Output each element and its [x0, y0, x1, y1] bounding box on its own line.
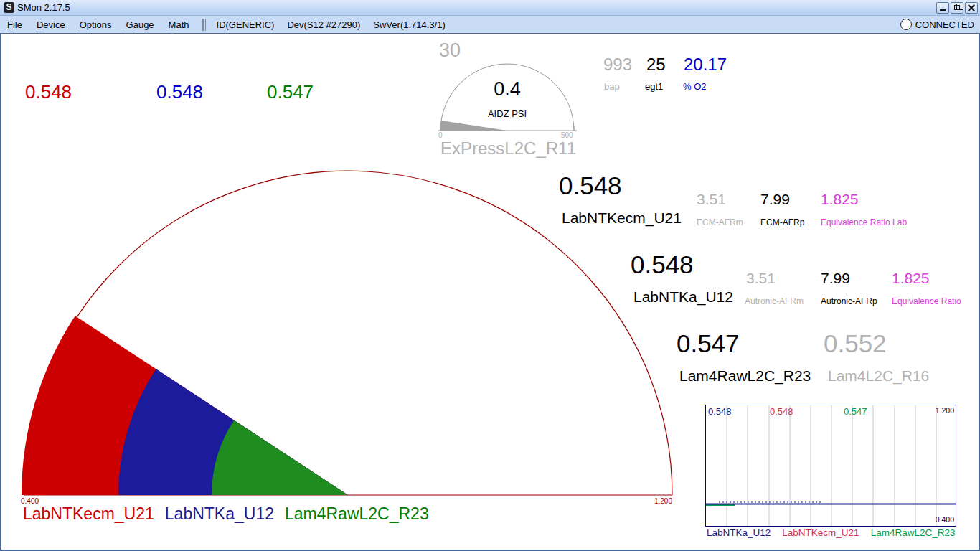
strip-legend-labntka: LabNTKa_U12 — [707, 527, 771, 538]
block3-alt-label: Lam4L2C_R16 — [828, 367, 929, 385]
block2-sub2-value: 7.99 — [821, 270, 850, 287]
menu-separator — [202, 19, 206, 31]
restore-button[interactable] — [951, 2, 963, 14]
strip-chart: 0.548 0.548 0.547 1.200 0.400 — [705, 405, 956, 527]
block3-value: 0.547 — [677, 329, 740, 358]
menu-file[interactable]: File — [0, 17, 29, 32]
legend-lam4raw: Lam4RawL2C_R23 — [285, 504, 429, 524]
main-gauge-legend: LabNTKecm_U21 LabNTKa_U12 Lam4RawL2C_R23 — [23, 504, 429, 524]
block2-value: 0.548 — [631, 250, 694, 279]
bap-label: bap — [604, 81, 620, 92]
status-device-id: ID(GENERIC) — [210, 17, 281, 32]
aux-gauge-label: AIDZ PSI — [461, 108, 554, 119]
block1-sub2-value: 7.99 — [760, 191, 790, 208]
block3-name: Lam4RawL2C_R23 — [679, 367, 811, 385]
bap-value: 993 — [603, 55, 632, 75]
strip-value-labntkecm: 0.548 — [770, 406, 793, 417]
block1-sub3-value: 1.825 — [821, 191, 859, 208]
connection-indicator-icon — [900, 19, 912, 30]
window-title: SMon 2.17.5 — [17, 2, 70, 13]
strip-legend-labntkecm: LabNTKecm_U21 — [782, 527, 859, 538]
strip-legend-lam4raw: Lam4RawL2C_R23 — [871, 527, 956, 538]
menu-device[interactable]: Device — [29, 17, 72, 32]
block1-sub1-value: 3.51 — [697, 191, 726, 208]
minimize-icon — [940, 9, 946, 11]
block1-value: 0.548 — [559, 171, 622, 200]
aux-gauge-peak-value: 30 — [439, 39, 461, 62]
aux-gauge-needle — [440, 121, 507, 131]
egt1-value: 25 — [646, 55, 666, 75]
menu-gauge[interactable]: Gauge — [119, 17, 161, 32]
block2-sub1-value: 3.51 — [746, 270, 776, 287]
o2-value: 20.17 — [684, 55, 727, 75]
aux-gauge-channel: ExPressL2C_R11 — [440, 138, 576, 159]
block2-sub1-label: Autronic-AFRm — [745, 296, 804, 306]
title-bar: S SMon 2.17.5 — [0, 0, 980, 16]
menu-options[interactable]: Options — [72, 17, 119, 32]
client-area: 0.548 0.548 0.547 30 0.4 AIDZ PSI 0 500 … — [0, 33, 980, 551]
restore-icon — [954, 5, 960, 10]
strip-chart-grid — [727, 405, 936, 526]
block2-name: LabNTKa_U12 — [633, 288, 733, 306]
app-icon: S — [4, 2, 14, 13]
legend-labntka: LabNTKa_U12 — [165, 504, 274, 524]
close-button[interactable] — [965, 2, 978, 14]
block2-sub3-value: 1.825 — [892, 270, 930, 287]
strip-chart-ymin: 0.400 — [936, 515, 954, 524]
reading-lam4raw: 0.547 — [267, 81, 314, 103]
close-icon — [968, 4, 975, 11]
strip-value-lam4raw: 0.547 — [844, 406, 867, 417]
status-swver: SwVer(1.714.3/1) — [367, 17, 451, 32]
status-device: Dev(S12 #27290) — [281, 17, 367, 32]
strip-chart-ymax: 1.200 — [936, 406, 954, 415]
egt1-label: egt1 — [645, 81, 663, 92]
minimize-button[interactable] — [936, 2, 949, 14]
connection-status: CONNECTED — [915, 19, 974, 30]
block1-sub3-label: Equivalence Ratio Lab — [821, 217, 907, 227]
strip-chart-legend: LabNTKa_U12 LabNTKecm_U21 Lam4RawL2C_R23 — [707, 527, 955, 538]
legend-labntkecm: LabNTKecm_U21 — [23, 504, 154, 524]
block2-sub2-label: Autronic-AFRp — [821, 296, 877, 306]
menu-bar: File Device Options Gauge Math ID(GENERI… — [0, 16, 980, 33]
strip-value-labntka: 0.548 — [708, 406, 732, 417]
block1-sub1-label: ECM-AFRm — [697, 217, 743, 227]
app-window: S SMon 2.17.5 File Device Options Gauge … — [0, 0, 980, 551]
main-gauge-needle-lam4raw — [212, 420, 348, 495]
reading-labntka: 0.548 — [156, 81, 203, 103]
aux-gauge-value: 0.4 — [461, 78, 554, 100]
o2-label: % O2 — [683, 81, 707, 92]
block2-sub3-label: Equivalence Ratio — [892, 296, 961, 306]
block3-alt-value: 0.552 — [824, 329, 887, 358]
main-gauge-max: 1.200 — [622, 497, 672, 505]
reading-labntkecm: 0.548 — [25, 81, 72, 103]
block1-name: LabNTKecm_U21 — [562, 209, 682, 227]
strip-chart-canvas — [706, 405, 956, 526]
menu-math[interactable]: Math — [161, 17, 197, 32]
block1-sub2-label: ECM-AFRp — [760, 217, 804, 227]
